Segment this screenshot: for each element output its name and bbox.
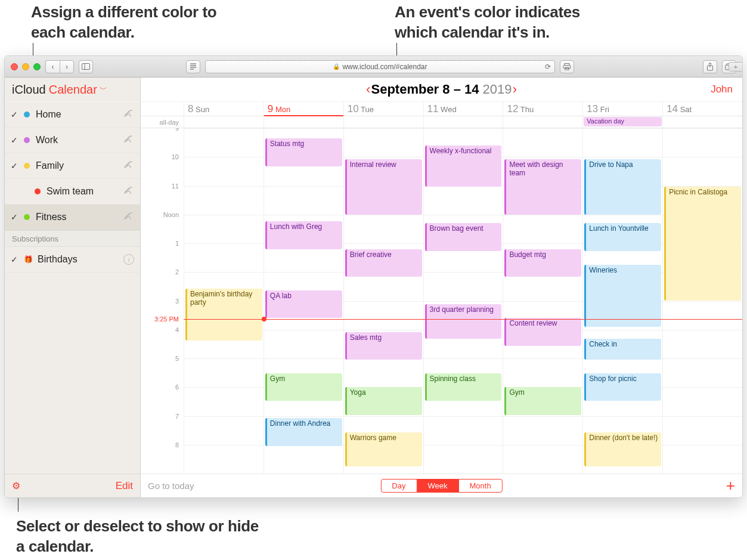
day-column[interactable]: Weekly x-functionalBrown bag event3rd qu… bbox=[423, 128, 503, 474]
calendar-event[interactable]: QA lab bbox=[265, 290, 342, 318]
next-week-button[interactable]: › bbox=[508, 82, 522, 97]
calendar-event[interactable]: Budget mtg bbox=[504, 249, 581, 277]
calendar-name: Family bbox=[36, 160, 64, 171]
calendar-event[interactable]: Benjamin's birthday party bbox=[185, 289, 262, 341]
calendar-name: Fitness bbox=[36, 212, 67, 222]
reader-button[interactable] bbox=[186, 60, 200, 73]
close-button[interactable] bbox=[11, 63, 18, 70]
url-bar[interactable]: 🔒 www.icloud.com/#calendar ⟳ bbox=[205, 60, 555, 73]
maximize-button[interactable] bbox=[33, 63, 41, 70]
info-icon[interactable]: i bbox=[123, 254, 134, 265]
forward-button[interactable]: › bbox=[60, 60, 74, 73]
allday-cell[interactable] bbox=[184, 116, 264, 128]
calendar-event[interactable]: Gym bbox=[265, 373, 342, 401]
allday-cell[interactable] bbox=[423, 116, 503, 128]
share-icon[interactable] bbox=[123, 212, 133, 222]
calendar-name: Home bbox=[36, 109, 61, 120]
calendar-event[interactable]: Internal review bbox=[345, 159, 422, 215]
calendar-event[interactable]: 3rd quarter planning bbox=[425, 304, 502, 339]
calendar-event[interactable]: Weekly x-functional bbox=[425, 146, 502, 187]
calendar-event[interactable]: Lunch in Yountville bbox=[584, 223, 661, 250]
view-day-button[interactable]: Day bbox=[381, 479, 417, 492]
hour-label: 2 bbox=[175, 268, 179, 276]
date-header: ‹ September 8 – 14 2019 › John bbox=[141, 78, 742, 102]
calendar-event[interactable]: Dinner (don't be late!) bbox=[584, 432, 661, 467]
day-column[interactable]: Drive to NapaLunch in YountvilleWineries… bbox=[582, 128, 662, 474]
share-icon[interactable] bbox=[123, 161, 133, 171]
calendar-event[interactable]: Brown bag event bbox=[425, 223, 502, 250]
day-header[interactable]: 11 Wed bbox=[423, 102, 503, 116]
day-header[interactable]: 9 Mon bbox=[264, 102, 343, 116]
day-header[interactable]: 14 Sat bbox=[662, 102, 742, 116]
add-event-button[interactable]: + bbox=[726, 477, 735, 495]
checkbox[interactable]: ✓ bbox=[11, 161, 19, 171]
goto-today-button[interactable]: Go to today bbox=[148, 481, 194, 491]
download-icon[interactable] bbox=[448, 481, 453, 491]
day-header[interactable]: 8 Sun bbox=[184, 102, 264, 116]
allday-event[interactable]: Vacation day bbox=[584, 117, 662, 126]
sidebar-calendar-item[interactable]: ✓Family bbox=[5, 153, 140, 179]
calendar-event[interactable]: Shop for picnic bbox=[584, 373, 661, 401]
sidebar-calendar-item[interactable]: ✓Work bbox=[5, 128, 140, 153]
sidebar-calendar-item[interactable]: Swim team bbox=[5, 179, 140, 205]
minimize-button[interactable] bbox=[22, 63, 29, 70]
calendar-event[interactable]: Warriors game bbox=[345, 432, 422, 467]
calendar-main: ‹ September 8 – 14 2019 › John 8 Sun9 Mo… bbox=[141, 78, 742, 497]
safari-toolbar: ‹ › 🔒 www.icloud.com/#calendar ⟳ bbox=[5, 56, 742, 78]
checkbox[interactable]: ✓ bbox=[11, 135, 19, 145]
reload-icon[interactable]: ⟳ bbox=[545, 63, 551, 71]
calendar-event[interactable]: Dinner with Andrea bbox=[265, 418, 342, 445]
back-button[interactable]: ‹ bbox=[45, 60, 60, 73]
day-header[interactable]: 12 Thu bbox=[503, 102, 582, 116]
sidebar-calendar-item[interactable]: ✓Fitness bbox=[5, 205, 140, 230]
allday-cell[interactable] bbox=[662, 116, 742, 128]
day-header[interactable]: 10 Tue bbox=[343, 102, 423, 116]
allday-cell[interactable] bbox=[264, 116, 343, 128]
sidebar-toggle-button[interactable] bbox=[79, 60, 93, 73]
calendar-event[interactable]: Yoga bbox=[345, 387, 422, 414]
gear-icon[interactable]: ⚙ bbox=[12, 480, 20, 491]
share-icon[interactable] bbox=[123, 135, 133, 146]
hour-label: 5 bbox=[175, 355, 179, 362]
calendar-event[interactable]: Content review bbox=[504, 318, 581, 345]
hour-label: 6 bbox=[175, 383, 179, 391]
app-title[interactable]: iCloud Calendar ﹀ bbox=[5, 78, 140, 102]
checkbox[interactable]: ✓ bbox=[11, 110, 19, 119]
calendar-event[interactable]: Sales mtg bbox=[345, 332, 422, 360]
week-grid[interactable]: 91011Noon123456783:25 PM Benjamin's birt… bbox=[141, 128, 742, 474]
day-column[interactable]: Meet with design teamBudget mtgContent r… bbox=[503, 128, 582, 474]
calendar-event[interactable]: Status mtg bbox=[265, 138, 342, 166]
view-month-button[interactable]: Month bbox=[458, 479, 501, 492]
current-time-line bbox=[184, 319, 742, 320]
day-column[interactable]: Picnic in Calistoga bbox=[662, 128, 742, 474]
print-button[interactable] bbox=[560, 60, 574, 73]
calendar-event[interactable]: Lunch with Greg bbox=[265, 221, 342, 249]
share-icon[interactable] bbox=[123, 187, 133, 197]
checkbox[interactable]: ✓ bbox=[11, 212, 19, 222]
day-column[interactable]: Status mtgLunch with GregQA labGymDinner… bbox=[264, 128, 343, 474]
calendar-event[interactable]: Picnic in Calistoga bbox=[664, 187, 741, 301]
checkbox[interactable]: ✓ bbox=[11, 255, 19, 264]
calendar-event[interactable]: Check in bbox=[584, 339, 661, 360]
day-column[interactable]: Internal reviewBrief creativeSales mtgYo… bbox=[343, 128, 423, 474]
share-icon[interactable] bbox=[123, 110, 133, 120]
calendar-event[interactable]: Drive to Napa bbox=[584, 159, 661, 215]
user-name[interactable]: John bbox=[711, 83, 733, 95]
day-column[interactable]: Benjamin's birthday party bbox=[184, 128, 264, 474]
sidebar-calendar-item[interactable]: ✓Home bbox=[5, 102, 140, 128]
calendar-event[interactable]: Spinning class bbox=[425, 373, 502, 401]
day-header[interactable]: 13 Fri bbox=[582, 102, 662, 116]
calendar-event[interactable]: Wineries bbox=[584, 265, 661, 327]
prev-week-button[interactable]: ‹ bbox=[361, 82, 375, 97]
allday-cell[interactable] bbox=[343, 116, 423, 128]
allday-cell[interactable] bbox=[503, 116, 582, 128]
sidebar-subscription-item[interactable]: ✓🎁Birthdaysi bbox=[5, 247, 140, 273]
calendar-event[interactable]: Gym bbox=[504, 387, 581, 414]
title-icloud: iCloud bbox=[12, 83, 46, 97]
edit-button[interactable]: Edit bbox=[116, 480, 133, 492]
new-tab-button[interactable]: + bbox=[729, 62, 743, 72]
calendar-event[interactable]: Brief creative bbox=[345, 249, 422, 277]
allday-cell[interactable]: Vacation day bbox=[582, 116, 662, 128]
calendar-event[interactable]: Meet with design team bbox=[504, 159, 581, 215]
share-button[interactable] bbox=[703, 60, 717, 73]
